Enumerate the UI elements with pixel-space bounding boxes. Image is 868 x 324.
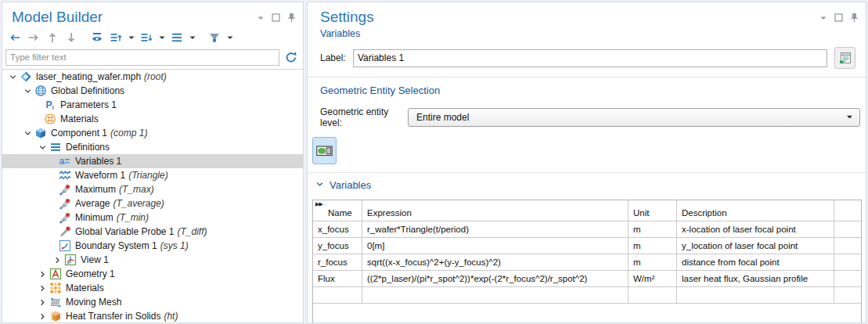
refresh-icon[interactable] (283, 49, 300, 66)
tree-item-label: Geometry 1 (66, 268, 115, 279)
geometric-entity-level-select[interactable]: Entire model (408, 108, 860, 127)
go-to-node-menu-icon[interactable] (188, 30, 196, 45)
pin-icon[interactable] (286, 13, 297, 23)
move-down-icon[interactable] (63, 30, 79, 45)
forward-icon[interactable] (26, 30, 41, 45)
tree-item-waveform-1[interactable]: Waveform 1 (Triangle) (2, 168, 303, 182)
cell-unit[interactable]: m (628, 254, 677, 271)
expand-all-icon[interactable] (139, 30, 154, 45)
label-row: Label: (320, 47, 859, 69)
model-builder-title: Model Builder (12, 9, 103, 26)
chevron-collapsed-icon[interactable] (37, 297, 49, 308)
cell-unit[interactable]: m (628, 221, 677, 238)
cell-description[interactable]: distance from focal point (677, 254, 834, 271)
cell-name[interactable]: x_focus (313, 221, 362, 238)
table-row[interactable]: r_focus sqrt((x-x_focus)^2+(y-y_focus)^2… (313, 254, 861, 271)
cell-blank (834, 221, 861, 238)
variables-icon: a= (58, 155, 71, 167)
materials-icon (43, 113, 56, 125)
chevron-collapsed-icon[interactable] (37, 268, 49, 279)
active-toggle-button[interactable] (312, 137, 337, 164)
tree-item-variables-1[interactable]: a= Variables 1 (2, 154, 303, 168)
chevron-down-icon[interactable] (255, 13, 265, 23)
tree-item-component-1[interactable]: Component 1 (comp 1) (2, 126, 303, 140)
create-parameter-button[interactable] (834, 47, 855, 69)
column-header-expression[interactable]: Expression (362, 200, 628, 221)
tree-item-heat-transfer-in-solids[interactable]: Heat Transfer in Solids (ht) (2, 309, 303, 323)
tree-item-view-1[interactable]: View 1 (2, 253, 303, 267)
settings-subtitle[interactable]: Variables (320, 28, 866, 39)
tree-item-materials-global[interactable]: Materials (2, 112, 303, 126)
filter-menu-icon[interactable] (225, 30, 234, 45)
cell-unit[interactable] (628, 287, 677, 304)
table-row[interactable]: x_focus r_wafer*Triangle(t/period) m x-l… (313, 221, 861, 238)
cell-expression[interactable]: 0[m] (362, 238, 628, 254)
column-header-description[interactable]: Description (677, 200, 834, 221)
column-header-unit[interactable]: Unit (628, 200, 677, 221)
cell-description[interactable]: laser heat flux, Gaussian profile (677, 271, 834, 287)
cell-description[interactable]: x-location of laser focal point (677, 221, 834, 238)
tree-item-minimum[interactable]: Minimum (T_min) (2, 211, 303, 225)
go-to-node-icon[interactable] (169, 30, 185, 45)
chevron-expanded-icon[interactable] (7, 71, 19, 82)
cell-name[interactable]: r_focus (313, 254, 362, 271)
filter-input[interactable] (5, 49, 279, 66)
tree-item-boundary-system-1[interactable]: Boundary System 1 (sys 1) (2, 239, 303, 253)
cell-blank (834, 287, 861, 304)
tree-item-materials[interactable]: Materials (2, 281, 303, 295)
chevron-expanded-icon[interactable] (22, 128, 34, 139)
maximum-probe-icon (58, 183, 71, 196)
moving-mesh-icon (49, 296, 62, 308)
tree-item-label: laser_heating_wafer.mph (36, 71, 141, 82)
tree-item-global-definitions[interactable]: Global Definitions (2, 84, 303, 98)
tree-item-definitions[interactable]: Definitions (2, 140, 303, 154)
chevron-down-icon[interactable] (818, 13, 828, 23)
chevron-collapsed-icon[interactable] (37, 283, 49, 293)
column-resize-icon: ▶▶ (315, 201, 322, 207)
tree-item-laser-heating-wafer[interactable]: laser_heating_wafer.mph (root) (2, 70, 303, 84)
cell-description[interactable] (677, 287, 834, 304)
cell-name[interactable] (313, 287, 362, 304)
collapse-all-menu-icon[interactable] (127, 30, 135, 45)
cell-name[interactable]: y_focus (313, 238, 362, 254)
parameters-icon: Pi (43, 99, 56, 111)
chevron-expanded-icon[interactable] (37, 142, 49, 153)
column-header-name[interactable]: ▶▶Name (313, 200, 362, 221)
chevron-expanded-icon[interactable] (22, 85, 34, 96)
back-icon[interactable] (7, 30, 23, 45)
cell-expression[interactable]: sqrt((x-x_focus)^2+(y-y_focus)^2) (362, 254, 628, 271)
section-variables[interactable]: Variables (315, 179, 866, 191)
table-row-empty[interactable] (313, 287, 861, 304)
chevron-collapsed-icon[interactable] (52, 254, 63, 265)
move-up-icon[interactable] (45, 30, 60, 45)
filter-icon[interactable] (207, 30, 222, 45)
tree-item-moving-mesh[interactable]: Moving Mesh (2, 295, 303, 309)
filter-row (5, 49, 300, 66)
tree-item-average[interactable]: Average (T_average) (2, 196, 303, 211)
tree-item-parameters-1[interactable]: Pi Parameters 1 (2, 98, 303, 112)
label-input[interactable] (353, 49, 827, 67)
cell-expression[interactable]: ((2*p_laser)/(pi*r_spot^2))*exp(-(2*r_fo… (362, 271, 628, 287)
comsol-window: Model Builder (0, 0, 868, 324)
tree-item-maximum[interactable]: Maximum (T_max) (2, 182, 303, 196)
cell-unit[interactable]: W/m² (628, 271, 677, 287)
table-row[interactable]: y_focus 0[m] m y_location of laser focal… (313, 238, 861, 254)
chevron-collapsed-icon[interactable] (37, 311, 49, 322)
cell-description[interactable]: y_location of laser focal point (677, 238, 834, 254)
tree-item-suffix: (T_min) (117, 212, 149, 223)
globe-icon (34, 85, 47, 97)
cell-unit[interactable]: m (628, 238, 677, 254)
float-window-icon[interactable] (271, 13, 281, 23)
cell-expression[interactable] (362, 287, 628, 304)
tree-item-global-variable-probe-1[interactable]: Global Variable Probe 1 (T_diff) (2, 225, 303, 239)
cell-expression[interactable]: r_wafer*Triangle(t/period) (362, 221, 628, 238)
table-row[interactable]: Flux ((2*p_laser)/(pi*r_spot^2))*exp(-(2… (313, 271, 861, 287)
tree-item-geometry-1[interactable]: Geometry 1 (2, 267, 303, 281)
pin-icon[interactable] (849, 13, 859, 23)
float-window-icon[interactable] (834, 13, 844, 23)
show-icon[interactable] (89, 30, 105, 45)
cell-name[interactable]: Flux (313, 271, 362, 287)
tree-item-label: Variables 1 (75, 156, 121, 167)
collapse-all-icon[interactable] (108, 30, 124, 45)
expand-all-menu-icon[interactable] (157, 30, 166, 45)
